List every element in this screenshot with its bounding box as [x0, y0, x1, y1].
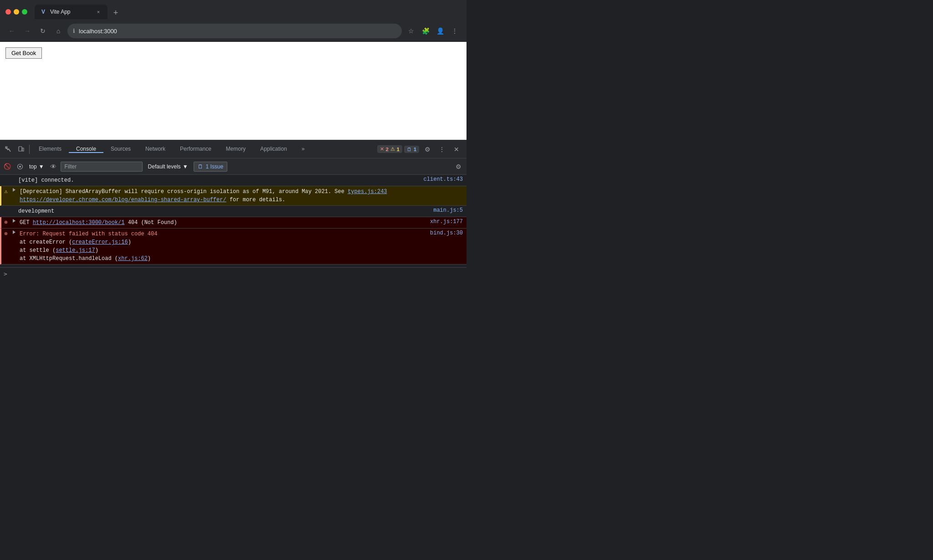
- log-content: GET http://localhost:3000/book/1 404 (No…: [18, 217, 426, 228]
- xhr-link[interactable]: xhr.js:62: [118, 255, 148, 262]
- console-toolbar: 🚫 top ▼ 👁 Default levels ▼ 🗒 1 Issue: [0, 158, 466, 175]
- tab-application[interactable]: Application: [253, 146, 294, 153]
- more-button[interactable]: ⋮: [448, 25, 461, 37]
- settle-link[interactable]: settle.js:17: [56, 247, 95, 254]
- close-devtools-button[interactable]: ✕: [450, 143, 463, 156]
- svg-rect-1: [19, 147, 22, 151]
- back-button[interactable]: ←: [5, 25, 18, 37]
- levels-label: Default levels: [148, 163, 181, 170]
- log-text-get: GET: [20, 219, 33, 226]
- deprecation-link[interactable]: types.js:243: [348, 188, 387, 195]
- clear-console-button[interactable]: 🚫: [2, 161, 13, 172]
- tab-console[interactable]: Console: [69, 146, 103, 153]
- settings-button[interactable]: ⚙: [421, 143, 434, 156]
- page-content: Get Book: [0, 42, 466, 140]
- tab-close-button[interactable]: ×: [95, 8, 102, 15]
- inspect-element-button[interactable]: [2, 143, 15, 156]
- levels-chevron-icon: ▼: [183, 163, 188, 170]
- eye-icon-button[interactable]: 👁: [48, 161, 59, 172]
- error-count-badge[interactable]: ✕ 2 ⚠ 1: [377, 145, 402, 153]
- tab-sources[interactable]: Sources: [103, 146, 138, 153]
- log-entry-get-404: ⊗ GET http://localhost:3000/book/1 404 (…: [0, 217, 466, 229]
- devtools-toolbar: Elements Console Sources Network Perform…: [0, 140, 466, 158]
- log-expand-button[interactable]: [10, 229, 18, 234]
- log-text: [vite] connected.: [18, 177, 74, 183]
- log-suffix: for more details.: [226, 197, 286, 203]
- profile-icon[interactable]: 👤: [434, 25, 446, 37]
- tab-favicon: V: [40, 9, 46, 15]
- maximize-window-button[interactable]: [22, 9, 27, 15]
- device-toolbar-button[interactable]: [15, 143, 27, 156]
- warn-icon: ⚠: [390, 146, 395, 152]
- extensions-icon[interactable]: 🧩: [419, 25, 432, 37]
- tab-network[interactable]: Network: [138, 146, 173, 153]
- refresh-button[interactable]: ↻: [36, 25, 49, 37]
- chrome-blog-link[interactable]: https://developer.chrome.com/blog/enabli…: [20, 197, 226, 203]
- info-count-badge[interactable]: 🗒 1: [404, 146, 419, 153]
- context-selector[interactable]: top ▼: [27, 163, 46, 171]
- context-value: top: [29, 163, 37, 170]
- log-text: development: [18, 208, 54, 214]
- info-count: 1: [414, 147, 416, 152]
- tab-memory[interactable]: Memory: [219, 146, 253, 153]
- log-warning-icon: ⚠: [1, 186, 10, 195]
- log-source-link[interactable]: xhr.js:177: [426, 217, 466, 226]
- log-error-icon: ⊗: [1, 217, 10, 226]
- active-tab[interactable]: V Vite App ×: [35, 5, 108, 19]
- tab-bar: V Vite App × +: [35, 5, 461, 19]
- log-source-link[interactable]: client.ts:43: [420, 175, 466, 184]
- log-expand-button: [9, 206, 16, 208]
- log-content: Error: Request failed with status code 4…: [18, 229, 426, 264]
- log-expand-button[interactable]: [10, 186, 18, 192]
- bookmark-button[interactable]: ☆: [405, 25, 417, 37]
- filter-icon-button[interactable]: [15, 161, 26, 172]
- log-expand-button[interactable]: [10, 217, 18, 223]
- log-levels-button[interactable]: Default levels ▼: [144, 163, 192, 171]
- filter-input[interactable]: [61, 162, 143, 172]
- error-icon: ✕: [380, 146, 384, 152]
- log-source-link[interactable]: bind.js:30: [426, 229, 466, 238]
- console-input-field[interactable]: [9, 271, 463, 277]
- browser-window: V Vite App × + ← → ↻ ⌂ ℹ localhost:3000 …: [0, 0, 466, 280]
- more-tabs-button[interactable]: »: [294, 146, 312, 153]
- log-info-icon: [0, 206, 9, 208]
- url-bar[interactable]: ℹ localhost:3000: [67, 24, 402, 38]
- log-entry-deprecation: ⚠ [Deprecation] SharedArrayBuffer will r…: [0, 186, 466, 206]
- context-dropdown-icon: ▼: [39, 163, 44, 170]
- console-input-bar: >: [0, 267, 466, 280]
- log-stack-2: at settle (settle.js:17): [20, 247, 98, 254]
- minimize-window-button[interactable]: [14, 9, 19, 15]
- log-entry-vite-connected: [vite] connected. client.ts:43: [0, 175, 466, 186]
- error-count: 2: [386, 147, 389, 152]
- log-content: [vite] connected.: [16, 175, 420, 186]
- log-content: [Deprecation] SharedArrayBuffer will req…: [18, 186, 466, 205]
- address-bar: ← → ↻ ⌂ ℹ localhost:3000 ☆ 🧩 👤 ⋮: [0, 20, 466, 42]
- window-controls: [5, 9, 27, 15]
- console-settings-button[interactable]: ⚙: [452, 160, 465, 173]
- log-text: [Deprecation] SharedArrayBuffer will req…: [20, 188, 348, 195]
- tab-performance[interactable]: Performance: [173, 146, 219, 153]
- devtools-tabs: Elements Console Sources Network Perform…: [31, 146, 377, 153]
- get-book-button[interactable]: Get Book: [5, 47, 42, 59]
- issue-button[interactable]: 🗒 1 Issue: [194, 162, 228, 172]
- title-bar: V Vite App × +: [0, 0, 466, 20]
- issue-icon: 🗒: [198, 163, 203, 170]
- create-error-link[interactable]: createError.js:16: [72, 239, 128, 245]
- address-actions: ☆ 🧩 👤 ⋮: [405, 25, 461, 37]
- devtools-toolbar-right: ✕ 2 ⚠ 1 🗒 1 ⚙ ⋮ ✕: [377, 143, 465, 156]
- log-error-icon: ⊗: [1, 229, 10, 237]
- more-options-button[interactable]: ⋮: [436, 143, 448, 156]
- request-url-link[interactable]: http://localhost:3000/book/1: [33, 219, 125, 226]
- svg-rect-2: [22, 148, 24, 151]
- forward-button[interactable]: →: [21, 25, 34, 37]
- log-info-icon: [0, 175, 9, 177]
- new-tab-button[interactable]: +: [109, 6, 122, 19]
- log-entry-request-failed: ⊗ Error: Request failed with status code…: [0, 229, 466, 265]
- info-icon: 🗒: [407, 147, 412, 152]
- log-source-link[interactable]: main.js:5: [430, 206, 466, 215]
- tab-elements[interactable]: Elements: [31, 146, 69, 153]
- home-button[interactable]: ⌂: [52, 25, 65, 37]
- log-content: development: [16, 206, 430, 217]
- close-window-button[interactable]: [5, 9, 11, 15]
- devtools-panel: Elements Console Sources Network Perform…: [0, 140, 466, 280]
